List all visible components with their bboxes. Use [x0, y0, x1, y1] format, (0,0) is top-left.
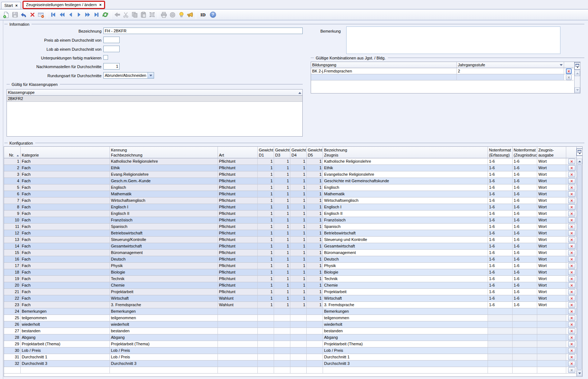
- delete-row-button[interactable]: ×: [568, 367, 575, 373]
- table-row[interactable]: 27bestandenbestandenbestanden×: [4, 328, 582, 334]
- table-row[interactable]: 26wiederholtwiederholtwiederholt×: [4, 321, 582, 328]
- table-row[interactable]: 15FachBüromanagementPflichtunt1111Büroma…: [4, 250, 582, 256]
- hint-button[interactable]: [177, 11, 186, 19]
- table-row[interactable]: 9FachEnglisch IIPflichtunt1111Englisch I…: [4, 211, 582, 217]
- konfiguration-column-header[interactable]: GewichtD5: [307, 147, 323, 158]
- column-header-jahrgangsstufe[interactable]: Jahrgangsstufe: [457, 62, 564, 68]
- delete-row-button[interactable]: ×: [568, 237, 575, 242]
- delete-row-button[interactable]: ×: [568, 335, 575, 340]
- delete-row-button[interactable]: ×: [568, 270, 575, 275]
- new-record-button[interactable]: [2, 11, 11, 19]
- table-row[interactable]: 19FachTechnikPflichtunt1111Technik1-61-6…: [4, 276, 582, 282]
- tab-start[interactable]: Start ×: [1, 2, 21, 9]
- table-row[interactable]: 20FachChemiePflichtunt1111Chemie1-61-6Wo…: [4, 282, 582, 289]
- column-chooser-icon[interactable]: [576, 149, 583, 156]
- id-button[interactable]: ID: [198, 11, 208, 19]
- nav-fast-forward-button[interactable]: [83, 11, 92, 19]
- table-row[interactable]: 17FachPhysikPflichtunt1111Physik1-61-6Wo…: [4, 263, 582, 269]
- scroll-up-button[interactable]: [575, 71, 580, 76]
- table-row[interactable]: 25teilgenommenteilgenommenteilgenommen×: [4, 315, 582, 321]
- delete-row-button[interactable]: ×: [568, 328, 575, 334]
- cut-button[interactable]: [121, 11, 130, 19]
- konfiguration-column-header[interactable]: Nr.: [4, 147, 21, 158]
- table-row[interactable]: 4FachGesch.m.Gem.-KundePflichtunt1111Ges…: [4, 178, 582, 184]
- preis-input[interactable]: [103, 37, 120, 43]
- table-row[interactable]: 8FachEnglisch IPflichtunt1111Englisch I1…: [4, 204, 582, 211]
- delete-row-button[interactable]: ×: [568, 230, 575, 236]
- delete-row-button[interactable]: ×: [568, 341, 575, 347]
- konfiguration-column-header[interactable]: Kategorie: [21, 147, 110, 158]
- delete-row-button[interactable]: ×: [568, 198, 575, 203]
- konfiguration-column-header[interactable]: GewichtD4: [290, 147, 307, 158]
- table-row-new[interactable]: ×: [4, 367, 582, 374]
- scroll-up-button[interactable]: [577, 159, 582, 164]
- table-row[interactable]: 7FachWirtschaftsenglischPflichtunt1111Wi…: [4, 197, 582, 204]
- unterpunktungen-checkbox[interactable]: [103, 55, 108, 60]
- column-chooser-icon[interactable]: [574, 62, 580, 70]
- table-row[interactable]: 11FachSpanischPflichtunt1111Spanisch1-61…: [4, 224, 582, 230]
- konfiguration-column-header[interactable]: Notenformat(Zeugnisdruck): [513, 147, 537, 158]
- delete-row-button[interactable]: ×: [568, 348, 575, 353]
- table-row[interactable]: 10FachFranzösischPflichtunt1111Französis…: [4, 217, 582, 224]
- table-row[interactable]: BK 2-j.Fremdsprachen2×: [311, 68, 580, 74]
- table-row[interactable]: 18FachBiologiePflichtunt1111Biologie1-61…: [4, 269, 582, 276]
- tab-close-icon[interactable]: ×: [15, 3, 17, 8]
- table-row[interactable]: 13FachSteuerung/KontrollePflichtunt1111S…: [4, 237, 582, 243]
- refresh-button[interactable]: [101, 11, 109, 19]
- nachkommastellen-input[interactable]: [103, 63, 120, 70]
- delete-row-button[interactable]: ×: [568, 263, 575, 268]
- bemerkung-textarea[interactable]: [346, 26, 560, 54]
- konfiguration-column-header[interactable]: Zeugnis-ausgabe: [537, 147, 566, 158]
- nav-fast-back-button[interactable]: [57, 11, 66, 19]
- table-row[interactable]: 6FachMathematikPflichtunt1111Mathematik1…: [4, 191, 582, 197]
- cd-export-button[interactable]: [168, 11, 177, 19]
- delete-row-button[interactable]: ×: [568, 191, 575, 197]
- delete-row-button[interactable]: ×: [568, 178, 575, 184]
- konfiguration-column-header[interactable]: Notenformat(Erfassung): [488, 147, 513, 158]
- nav-next-button[interactable]: [75, 11, 83, 19]
- delete-row-button[interactable]: ×: [568, 315, 575, 321]
- table-row[interactable]: 2FachEthikPflichtunt1111Ethik1-61-6Wort×: [4, 165, 582, 171]
- lob-input[interactable]: [103, 46, 120, 52]
- konfiguration-column-header[interactable]: GewichtD1: [258, 147, 274, 158]
- table-row[interactable]: 3FachEvang.ReligionslehrePflichtunt1111E…: [4, 171, 582, 178]
- delete-row-button[interactable]: ×: [568, 211, 575, 216]
- delete-row-button[interactable]: ×: [568, 289, 575, 295]
- edit-form-button[interactable]: [37, 11, 45, 19]
- delete-row-button[interactable]: ×: [566, 75, 572, 80]
- rundungsart-select[interactable]: Abrunden/Abschneiden: [103, 72, 154, 79]
- rundungsart-dropdown-button[interactable]: [148, 72, 154, 78]
- table-row[interactable]: 1FachKatholische ReligionslehrePflichtun…: [4, 158, 582, 165]
- nav-last-button[interactable]: [92, 11, 101, 19]
- table-row[interactable]: 32Durchschnitt 3Durchschnitt 3Durchschni…: [4, 361, 582, 367]
- help-button[interactable]: ?: [208, 11, 217, 19]
- save-button[interactable]: [11, 11, 19, 19]
- konfiguration-column-header[interactable]: KennungFachbezeichnung: [110, 147, 218, 158]
- table-row[interactable]: 31Durchschnitt 1Lob / PreisDurchschnitt …: [4, 354, 582, 361]
- delete-row-button[interactable]: ×: [568, 159, 575, 164]
- delete-row-button[interactable]: ×: [566, 68, 572, 74]
- delete-row-button[interactable]: ×: [568, 243, 575, 249]
- konfiguration-column-header[interactable]: BezeichnungZeugnis: [323, 147, 488, 158]
- konfiguration-column-header[interactable]: GewichtD3: [274, 147, 290, 158]
- nav-first-button[interactable]: [49, 11, 57, 19]
- konfiguration-column-header[interactable]: Art: [218, 147, 258, 158]
- back-button[interactable]: [113, 11, 121, 19]
- delete-row-button[interactable]: ×: [568, 276, 575, 282]
- select-region-button[interactable]: [148, 11, 156, 19]
- table-row-new[interactable]: ×: [311, 74, 580, 80]
- filter-dropdown-icon[interactable]: [560, 64, 563, 66]
- delete-row-button[interactable]: ×: [568, 217, 575, 223]
- delete-row-button[interactable]: ×: [568, 224, 575, 229]
- table-row[interactable]: 29Projektarbeit (Thema)Projektarbeit (Th…: [4, 341, 582, 347]
- delete-row-button[interactable]: ×: [568, 257, 575, 262]
- tab-zeugniseinstellungen[interactable]: Zeugniseinstellungen festlegen / ändern …: [22, 1, 105, 9]
- delete-row-button[interactable]: ×: [568, 302, 575, 308]
- delete-row-button[interactable]: ×: [568, 361, 575, 366]
- column-header-bildungsgang[interactable]: Bildungsgang: [311, 62, 457, 68]
- delete-row-button[interactable]: ×: [568, 283, 575, 288]
- delete-row-button[interactable]: ×: [568, 309, 575, 314]
- delete-row-button[interactable]: ×: [568, 250, 575, 255]
- column-header-klassengruppe[interactable]: Klassengruppe: [7, 89, 302, 96]
- table-row[interactable]: 14FachGesamtwirtschaftPflichtunt1111Gesa…: [4, 243, 582, 250]
